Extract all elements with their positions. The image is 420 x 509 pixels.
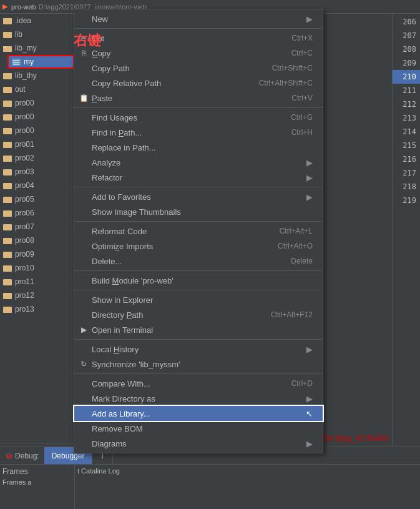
menu-item-find-in-path-shortcut: Ctrl+H [291,128,313,137]
menu-item-local-history[interactable]: Local History ▶ [74,342,323,357]
menu-item-new[interactable]: New ▶ [74,11,323,26]
svg-rect-21 [3,238,12,244]
cursor-pointer-icon: ↖ [306,409,313,418]
svg-rect-16 [3,169,12,175]
menu-item-diagrams[interactable]: Diagrams ▶ [74,436,323,451]
bottom-tab-debug[interactable]: 🐞 Debug: [0,447,44,464]
line-212: 212 [393,97,420,111]
menu-item-add-as-library[interactable]: Add as Library... ↖ [74,406,323,421]
line-214: 214 [393,125,420,139]
menu-item-analyze[interactable]: Analyze ▶ [74,155,323,170]
svg-rect-13 [3,128,12,134]
sidebar-item-pro08[interactable]: pro08 [0,234,74,247]
svg-rect-15 [3,156,12,162]
menu-item-show-image-thumbnails-label: Show Image Thumbnails [92,207,181,217]
separator-1 [74,28,323,29]
menu-item-refactor[interactable]: Refactor ▶ [74,170,323,185]
menu-item-reformat-code-label: Reformat Code [92,227,147,236]
svg-rect-26 [3,307,12,313]
paste-icon: 📋 [78,94,89,102]
separator-8 [74,373,323,374]
menu-item-copy-relative-path[interactable]: Copy Relative Path Ctrl+Alt+Shift+C [74,76,323,91]
menu-item-delete[interactable]: Delete... Delete [74,254,323,269]
sidebar-item-my[interactable]: my [7,55,74,69]
menu-item-paste[interactable]: 📋 Paste Ctrl+V [74,91,323,106]
separator-6 [74,290,323,290]
sidebar-item-pro00a[interactable]: pro00 [0,96,74,110]
menu-item-add-as-library-label: Add as Library... [92,409,150,418]
menu-item-copy-relative-path-shortcut: Ctrl+Alt+Shift+C [259,79,313,87]
menu-item-refactor-arrow: ▶ [306,173,313,182]
menu-item-copy[interactable]: ⎘ Copy Ctrl+C [74,46,323,61]
menu-item-copy-path-shortcut: Ctrl+Shift+C [272,64,313,72]
sidebar-item-pro05[interactable]: pro05 [0,192,74,206]
sidebar-item-pro06[interactable]: pro06 [0,206,74,220]
sidebar-item-out[interactable]: out [0,82,74,96]
sidebar-item-pro13[interactable]: pro13 [0,302,74,316]
menu-item-find-usages[interactable]: Find Usages Ctrl+G [74,110,323,125]
sidebar-item-pro04[interactable]: pro04 [0,179,74,192]
sidebar-item-pro07[interactable]: pro07 [0,220,74,234]
watermark: CSDN @qq_42765493 [312,434,389,443]
log-content: t Catalina Log [77,467,120,475]
menu-item-optimize-imports[interactable]: Optimize Imports Ctrl+Alt+O [74,239,323,254]
menu-item-reformat-code[interactable]: Reformat Code Ctrl+Alt+L [74,224,323,239]
svg-rect-4 [3,46,6,48]
menu-item-remove-bom-label: Remove BOM [92,424,143,433]
menu-item-add-favorites[interactable]: Add to Favorites ▶ [74,189,323,204]
menu-item-show-image-thumbnails[interactable]: Show Image Thumbnails [74,204,323,219]
menu-item-copy-path[interactable]: Copy Path Ctrl+Shift+C [74,61,323,76]
svg-rect-14 [3,142,12,148]
menu-item-diagrams-arrow: ▶ [306,439,313,448]
sidebar-item-pro01[interactable]: pro01 [0,137,74,151]
menu-item-open-in-terminal[interactable]: ▶ Open in Terminal [74,322,323,337]
synchronize-icon: ↻ [78,360,89,368]
menu-item-new-arrow: ▶ [306,14,313,24]
svg-rect-18 [3,197,12,203]
menu-item-synchronize[interactable]: ↻ Synchronize 'lib_myssm' [74,357,323,372]
menu-item-find-in-path[interactable]: Find in Path... Ctrl+H [74,125,323,140]
menu-item-remove-bom[interactable]: Remove BOM [74,421,323,436]
menu-item-compare-with[interactable]: Compare With... Ctrl+D [74,376,323,391]
menu-item-compare-with-shortcut: Ctrl+D [291,379,313,388]
sidebar-item-pro10[interactable]: pro10 [0,261,74,275]
sidebar-item-pro03[interactable]: pro03 [0,165,74,179]
sidebar-item-libthy[interactable]: lib_thy [0,69,74,82]
menu-item-open-in-terminal-label: Open in Terminal [92,325,153,335]
menu-item-directory-path-label: Directory Path [92,310,143,320]
sidebar-item-pro02[interactable]: pro02 [0,151,74,165]
menu-item-replace-in-path[interactable]: Replace in Path... [74,140,323,155]
sidebar-item-libmy[interactable]: lib_my [0,41,74,55]
separator-4 [74,221,323,222]
svg-rect-2 [3,32,12,38]
menu-item-copy-label: Copy [92,49,110,58]
sidebar-item-pro00c[interactable]: pro00 [0,124,74,137]
menu-item-mark-directory-label: Mark Directory as [92,394,155,403]
cut-icon: ✂ [78,34,89,42]
sidebar-item-lib[interactable]: lib [0,27,74,41]
menu-item-add-favorites-arrow: ▶ [306,192,313,202]
svg-rect-25 [3,293,12,299]
sidebar: .idea lib lib_my my lib_thy out pro00 pr… [0,14,75,509]
line-208: 208 [393,42,420,56]
svg-rect-24 [3,279,12,285]
menu-item-synchronize-label: Synchronize 'lib_myssm' [92,360,180,369]
sidebar-item-pro00b[interactable]: pro00 [0,110,74,124]
line-217: 217 [393,166,420,180]
svg-rect-11 [3,101,12,107]
menu-item-cut[interactable]: ✂ Cut Ctrl+X [74,31,323,46]
sidebar-item-pro12[interactable]: pro12 [0,289,74,302]
sidebar-item-pro09[interactable]: pro09 [0,247,74,261]
menu-item-reformat-code-shortcut: Ctrl+Alt+L [280,227,313,235]
menu-item-build-module[interactable]: Build Module 'pro-web' [74,273,323,288]
line-211: 211 [393,84,420,97]
sidebar-item-idea[interactable]: .idea [0,14,74,27]
menu-item-mark-directory[interactable]: Mark Directory as ▶ [74,391,323,406]
menu-item-show-in-explorer[interactable]: Show in Explorer [74,292,323,307]
sidebar-item-pro11[interactable]: pro11 [0,275,74,289]
menu-item-refactor-label: Refactor [92,173,122,182]
menu-item-directory-path[interactable]: Directory Path Ctrl+Alt+F12 [74,307,323,322]
menu-item-add-favorites-label: Add to Favorites [92,192,151,202]
separator-5 [74,270,323,271]
menu-item-build-module-label: Build Module 'pro-web' [92,276,173,285]
